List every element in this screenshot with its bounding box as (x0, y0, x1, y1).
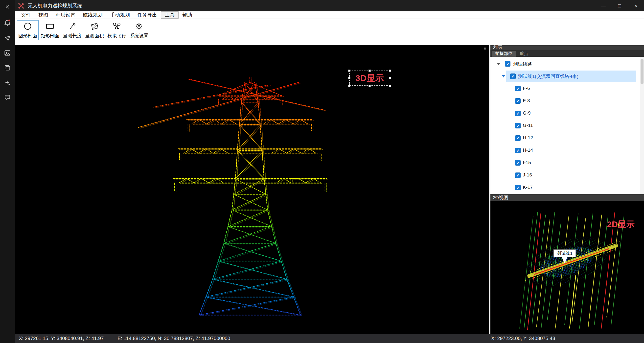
list-panel-tabs: 拍摄部位 航点 (490, 50, 644, 57)
checkbox-checked[interactable] (515, 86, 520, 91)
rect-profile-icon (45, 22, 55, 32)
tree-row-label: H-12 (523, 135, 533, 141)
tree-row-label: F-6 (523, 86, 530, 91)
resize-handle[interactable] (368, 70, 371, 72)
tree-row[interactable]: G-11 (490, 120, 640, 132)
tool-label: 量测面积 (85, 33, 104, 39)
tool-label: 模拟飞行 (107, 33, 126, 39)
tree-row[interactable]: F-6 (490, 82, 640, 95)
sparkle-icon[interactable] (0, 76, 15, 89)
resize-handle[interactable] (348, 85, 350, 87)
status-2d-coordinates: X: 297223.00, Y: 3408075.43 (491, 335, 555, 341)
tool-label: 矩形剖面 (40, 33, 59, 39)
chevron-down-icon[interactable] (502, 75, 505, 78)
resize-handle[interactable] (348, 77, 350, 79)
right-panel: 列表 拍摄部位 航点 测试线路 测试线1(交流双回直线塔-I串) (490, 44, 644, 334)
comment-icon[interactable] (0, 91, 15, 104)
tree-row-label: I-15 (523, 160, 531, 165)
system-settings-button[interactable]: 系统设置 (128, 20, 150, 40)
status-coordinates: X: 297261.15, Y: 3408040.91, Z: 41.97 E:… (19, 335, 230, 341)
bell-icon[interactable] (0, 16, 15, 29)
checkbox-checked[interactable] (515, 135, 520, 141)
tab-waypoints[interactable]: 航点 (516, 51, 532, 57)
menu-view[interactable]: 视图 (34, 12, 52, 19)
measure-length-button[interactable]: 量测长度 (61, 20, 83, 40)
circle-profile-icon (23, 22, 33, 32)
menu-file[interactable]: 文件 (17, 12, 34, 19)
simulate-flight-button[interactable]: 模拟飞行 (106, 20, 128, 40)
send-icon[interactable] (0, 32, 15, 45)
resize-handle[interactable] (348, 70, 350, 72)
menu-tower-settings[interactable]: 杆塔设置 (52, 12, 79, 19)
tree-row-root[interactable]: 测试线路 (490, 58, 640, 70)
tree-row-label: G-9 (523, 110, 531, 116)
close-button[interactable]: × (628, 0, 644, 12)
viewport-3d[interactable]: 3D显示 (15, 45, 489, 334)
tool-label: 圆形剖面 (18, 33, 37, 39)
dock-close-icon[interactable] (0, 1, 15, 13)
menu-route-planning[interactable]: 航线规划 (79, 12, 106, 19)
tree-row-label: H-14 (523, 148, 533, 153)
tool-label: 系统设置 (130, 33, 148, 39)
resize-handle[interactable] (368, 85, 371, 87)
status-geo: E: 114.88122750, N: 30.78812807, Z: 41.9… (118, 335, 230, 341)
left-dock (0, 0, 15, 343)
tree-row-label: J-16 (523, 172, 532, 178)
settings-gear-icon (134, 22, 144, 32)
tab-shoot-parts[interactable]: 拍摄部位 (492, 51, 516, 57)
app-logo-icon (18, 2, 25, 9)
tree-row[interactable]: I-15 (490, 157, 640, 169)
checkbox-checked[interactable] (515, 185, 520, 190)
3d-display-annotation[interactable]: 3D显示 (349, 71, 390, 86)
tree-row-label: F-8 (523, 98, 530, 103)
resize-handle[interactable] (389, 77, 391, 79)
app-window: 无人机电力巡检规划系统 — □ × 文件 视图 杆塔设置 航线规划 手动规划 任… (0, 0, 644, 343)
titlebar: 无人机电力巡检规划系统 — □ × (15, 0, 644, 12)
status-xyz: X: 297261.15, Y: 3408040.91, Z: 41.97 (19, 335, 104, 341)
menu-manual-planning[interactable]: 手动规划 (106, 12, 134, 19)
rect-profile-button[interactable]: 矩形剖面 (39, 20, 61, 40)
window-title: 无人机电力巡检规划系统 (28, 3, 82, 9)
measure-area-icon (90, 22, 100, 32)
checkbox-checked[interactable] (515, 123, 520, 128)
tree-row[interactable]: H-14 (490, 144, 640, 157)
tree-row-line-selected[interactable]: 测试线1(交流双回直线塔-I串) (490, 70, 640, 82)
minimize-button[interactable]: — (595, 0, 611, 12)
maximize-button[interactable]: □ (611, 0, 628, 12)
menu-tools[interactable]: 工具 (161, 12, 178, 19)
menu-task-export[interactable]: 任务导出 (134, 12, 161, 19)
tree-row-label: 测试线1(交流双回直线塔-I串) (518, 73, 578, 80)
tree-row[interactable]: H-12 (490, 132, 640, 144)
pointcloud-tower (15, 45, 489, 334)
tree-row[interactable]: G-9 (490, 107, 640, 120)
checkbox-checked[interactable] (515, 148, 520, 153)
checkbox-checked[interactable] (515, 160, 520, 166)
dock-pin-icon[interactable] (493, 45, 497, 49)
checkbox-checked[interactable] (515, 98, 520, 104)
tree-row-label: G-11 (523, 123, 533, 128)
window-controls: — □ × (595, 0, 644, 12)
resize-handle[interactable] (389, 85, 391, 87)
line-tree: 测试线路 测试线1(交流双回直线塔-I串) F-6 F-8 G-9 (490, 57, 644, 194)
menu-help[interactable]: 帮助 (178, 12, 196, 19)
checkbox-checked[interactable] (515, 172, 520, 178)
measure-area-button[interactable]: 量测面积 (84, 20, 105, 40)
tree-row[interactable]: K-17 (490, 181, 640, 194)
resize-handle[interactable] (389, 70, 391, 72)
chevron-down-icon[interactable] (497, 63, 500, 65)
circle-profile-button[interactable]: 圆形剖面 (17, 20, 38, 40)
2d-panel-header: 2D视图 (490, 194, 644, 201)
dock-pin-icon[interactable] (483, 47, 487, 52)
copy-icon[interactable] (0, 61, 15, 74)
viewport-2d[interactable]: 测试线1 2D显示 (490, 201, 644, 334)
checkbox-checked[interactable] (510, 74, 516, 79)
line-tooltip: 测试线1 (554, 249, 576, 257)
checkbox-checked[interactable] (515, 111, 520, 116)
image-icon[interactable] (0, 47, 15, 59)
tree-row[interactable]: J-16 (490, 169, 640, 181)
checkbox-checked[interactable] (505, 61, 510, 67)
scrollbar-thumb[interactable] (640, 59, 644, 84)
dock-pin-icon[interactable] (493, 196, 497, 200)
tree-row[interactable]: F-8 (490, 95, 640, 107)
tree-scrollbar[interactable] (640, 57, 644, 194)
